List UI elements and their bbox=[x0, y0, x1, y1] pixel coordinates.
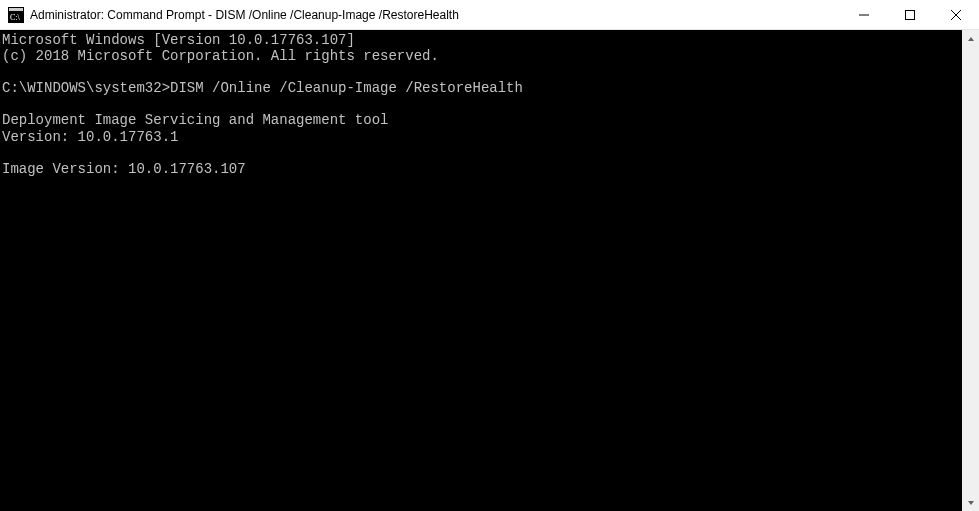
scroll-down-button[interactable] bbox=[962, 494, 979, 511]
terminal-line: (c) 2018 Microsoft Corporation. All righ… bbox=[2, 48, 962, 64]
terminal-container: Microsoft Windows [Version 10.0.17763.10… bbox=[0, 30, 979, 511]
terminal-line: Deployment Image Servicing and Managemen… bbox=[2, 112, 962, 128]
terminal-line bbox=[2, 145, 962, 161]
svg-rect-4 bbox=[906, 10, 915, 19]
svg-marker-8 bbox=[968, 501, 974, 505]
cmd-icon: C:\ bbox=[8, 7, 24, 23]
vertical-scrollbar[interactable] bbox=[962, 30, 979, 511]
window-title: Administrator: Command Prompt - DISM /On… bbox=[30, 8, 841, 22]
close-button[interactable] bbox=[933, 0, 979, 29]
svg-rect-1 bbox=[9, 8, 23, 11]
scroll-up-button[interactable] bbox=[962, 30, 979, 47]
terminal-line: Version: 10.0.17763.1 bbox=[2, 129, 962, 145]
terminal-line: C:\WINDOWS\system32>DISM /Online /Cleanu… bbox=[2, 80, 962, 96]
terminal-line: Image Version: 10.0.17763.107 bbox=[2, 161, 962, 177]
svg-text:C:\: C:\ bbox=[10, 13, 21, 22]
maximize-button[interactable] bbox=[887, 0, 933, 29]
minimize-button[interactable] bbox=[841, 0, 887, 29]
terminal-line bbox=[2, 177, 962, 193]
terminal-line bbox=[2, 96, 962, 112]
svg-marker-7 bbox=[968, 37, 974, 41]
terminal-line: Microsoft Windows [Version 10.0.17763.10… bbox=[2, 32, 962, 48]
terminal-line bbox=[2, 64, 962, 80]
window-titlebar: C:\ Administrator: Command Prompt - DISM… bbox=[0, 0, 979, 30]
window-controls bbox=[841, 0, 979, 29]
terminal-output[interactable]: Microsoft Windows [Version 10.0.17763.10… bbox=[0, 30, 962, 511]
scrollbar-track[interactable] bbox=[962, 47, 979, 494]
